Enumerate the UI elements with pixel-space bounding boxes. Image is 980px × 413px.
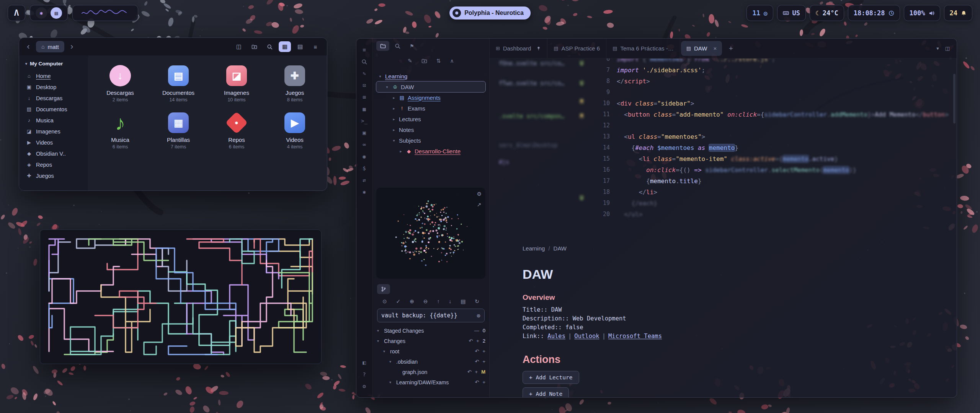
git-plus-button[interactable]: + xyxy=(482,379,485,385)
git-row-learning-daw-exams[interactable]: ▾Learning/DAW/Exams↶+ xyxy=(376,377,485,387)
link-microsoft-teams[interactable]: Microsoft Teams xyxy=(608,333,662,340)
git-unstage-button[interactable]: ⊖ xyxy=(423,298,428,304)
workspace-1[interactable]: ✱ xyxy=(36,7,47,19)
explorer-item-exams[interactable]: ▸!Exams xyxy=(376,103,485,114)
explorer-collapse-button[interactable]: ∧ xyxy=(450,58,454,64)
ribbon-dice-button[interactable]: ⊡ xyxy=(359,80,370,91)
folder-musica[interactable]: ♪Musica6 items xyxy=(91,109,149,151)
git-branch-icon[interactable] xyxy=(377,284,390,294)
ribbon-camera-button[interactable]: ◉ xyxy=(359,151,370,162)
breadcrumb-segment[interactable]: Learning xyxy=(523,245,545,252)
git-push-button[interactable]: ↑ xyxy=(437,298,439,304)
note-breadcrumb[interactable]: Learning/DAW xyxy=(523,245,829,252)
forward-button[interactable]: › xyxy=(68,42,76,51)
graph-expand-button[interactable]: ↗ xyxy=(477,202,482,208)
sidebar-item-desktop[interactable]: ▣Desktop xyxy=(23,81,84,93)
git-refresh-button[interactable]: ↻ xyxy=(475,298,479,304)
ribbon-search-button[interactable] xyxy=(359,56,370,67)
git-undo-button[interactable]: ↶ xyxy=(469,338,473,344)
ribbon-swap-button[interactable]: ⇄ xyxy=(359,175,370,185)
ribbon-calendar-button[interactable]: ▦ xyxy=(359,104,370,114)
breadcrumb[interactable]: ⌂ matt xyxy=(36,41,64,52)
grid-button[interactable]: ▦ xyxy=(279,41,291,52)
sidebar-item-descargas[interactable]: ↓Descargas xyxy=(23,93,84,104)
git-plus-button[interactable]: + xyxy=(482,348,485,354)
tab-asp-practice-6[interactable]: ▤ASP Practice 6 xyxy=(547,39,606,58)
now-playing[interactable]: Polyphia - Neurotica xyxy=(449,7,531,20)
ribbon-terminal-button[interactable]: >_ xyxy=(359,115,370,126)
back-button[interactable]: ‹ xyxy=(24,42,32,51)
tab-daw[interactable]: ▤DAW× xyxy=(681,41,722,56)
close-icon[interactable]: × xyxy=(713,45,717,52)
explorer-item-assignments[interactable]: ▸▤Assignments xyxy=(376,92,485,103)
explorer-item-desarrollo-cliente[interactable]: ▸◆Desarrollo-Cliente xyxy=(376,146,485,156)
ribbon-menu-button[interactable]: ≡ xyxy=(359,44,370,55)
git-list-button[interactable]: ▤ xyxy=(461,298,466,304)
module-volume[interactable]: 100% xyxy=(904,5,940,21)
folder-videos[interactable]: ▶Videos4 items xyxy=(266,109,324,151)
workspace-2[interactable]: ▤ xyxy=(51,7,62,19)
git-commit-dot-button[interactable]: ⊙ xyxy=(382,298,387,304)
module-weather[interactable]: ☾24°C xyxy=(810,5,844,21)
git-undo-button[interactable]: ↶ xyxy=(475,359,479,364)
breadcrumb-segment[interactable]: DAW xyxy=(554,245,567,252)
ribbon-sparkle-button[interactable]: ✱ xyxy=(359,187,370,197)
git-dash-button[interactable]: — xyxy=(474,328,479,333)
module-keyboard-layout[interactable]: US xyxy=(777,5,806,21)
editor-area[interactable]: fOne.svelte src/co…UfTwo.svelte src/co…U… xyxy=(490,59,957,397)
folder-descargas[interactable]: ↓Descargas2 items xyxy=(91,62,149,104)
explorer-new-folder-button[interactable] xyxy=(421,58,427,64)
menu-button[interactable]: ≡ xyxy=(309,41,322,52)
sidebar-header[interactable]: ▾ My Computer xyxy=(23,60,84,70)
git-pull-button[interactable]: ↓ xyxy=(449,298,451,304)
folder-plantillas[interactable]: ▦Plantillas7 items xyxy=(149,109,207,151)
git-row-root[interactable]: ▾root↶+ xyxy=(376,346,485,356)
ribbon-vault-button[interactable]: ◧ xyxy=(359,357,370,368)
git-row-obsidian[interactable]: ▾.obsidian↶+ xyxy=(376,356,485,367)
sidebar-item-repos[interactable]: ◈Repos xyxy=(23,159,84,170)
explorer-item-subjects[interactable]: ▾Subjects xyxy=(376,135,485,146)
add-lecture-button[interactable]: + Add Lecture xyxy=(523,371,579,384)
sidebar-item-videos[interactable]: ▶Videos xyxy=(23,137,84,148)
ribbon-infinity-button[interactable]: ∞ xyxy=(359,139,370,150)
ribbon-book-button[interactable]: ▣ xyxy=(359,127,370,138)
explorer-item-learning[interactable]: ▾Learning xyxy=(376,71,485,81)
sidebar-item-home[interactable]: ⌂Home xyxy=(23,70,84,81)
ribbon-dollar-button[interactable]: $ xyxy=(359,163,370,174)
git-row-changes[interactable]: ▾Changes↶+2 xyxy=(376,336,485,346)
commit-message-input[interactable]: vault backup: {{date}} ⊗ xyxy=(377,309,485,322)
folder-imagenes[interactable]: ◪Imagenes10 items xyxy=(207,62,266,104)
clear-icon[interactable]: ⊗ xyxy=(477,312,480,319)
graph-gear-button[interactable]: ⚙ xyxy=(477,191,482,197)
folder-repos[interactable]: ●Repos6 items xyxy=(207,109,266,151)
tab-dashboard[interactable]: ⊞Dashboard xyxy=(490,39,547,58)
ribbon-help-button[interactable]: ? xyxy=(359,369,370,380)
module-updates[interactable]: 11◎ xyxy=(746,5,773,21)
explorer-item-daw[interactable]: ▾♔DAW xyxy=(376,81,485,92)
sidebar-item-imagenes[interactable]: ◪Imagenes xyxy=(23,126,84,137)
panel-tab-bookmark[interactable]: ⚑ xyxy=(405,41,418,51)
panel-tab-search[interactable] xyxy=(391,41,404,51)
add-note-button[interactable]: + Add Note xyxy=(523,387,569,397)
list-button[interactable]: ▤ xyxy=(294,41,306,52)
module-clock[interactable]: 18:08:28 xyxy=(848,5,900,21)
git-plus-button[interactable]: + xyxy=(482,359,485,364)
git-plus-button[interactable]: + xyxy=(475,369,478,375)
panel-tab-folder[interactable] xyxy=(376,41,389,51)
new-tab-button[interactable]: + xyxy=(723,39,739,58)
tabbar-chevron-down-button[interactable]: ▾ xyxy=(936,46,939,51)
ribbon-layout-button[interactable]: ⊞ xyxy=(359,92,370,102)
explorer-sort-button[interactable]: ⇅ xyxy=(436,58,441,64)
ribbon-settings-button[interactable]: ⚙ xyxy=(359,381,370,392)
git-row-graph-json[interactable]: graph.json↶+M xyxy=(376,367,485,377)
git-undo-button[interactable]: ↶ xyxy=(475,379,479,385)
git-plus-button[interactable]: + xyxy=(476,338,479,344)
folder-documentos[interactable]: ▤Documentos14 items xyxy=(149,62,207,104)
editor-scrollbar[interactable] xyxy=(953,74,956,124)
git-stage-button[interactable]: ⊕ xyxy=(410,298,414,304)
sidebar-item-documentos[interactable]: ▤Documentos xyxy=(23,104,84,115)
tabbar-split-button[interactable]: ◫ xyxy=(945,46,950,51)
git-undo-button[interactable]: ↶ xyxy=(475,348,479,354)
link-outlook[interactable]: Outlook xyxy=(574,333,599,340)
new-folder-button[interactable] xyxy=(248,41,260,52)
